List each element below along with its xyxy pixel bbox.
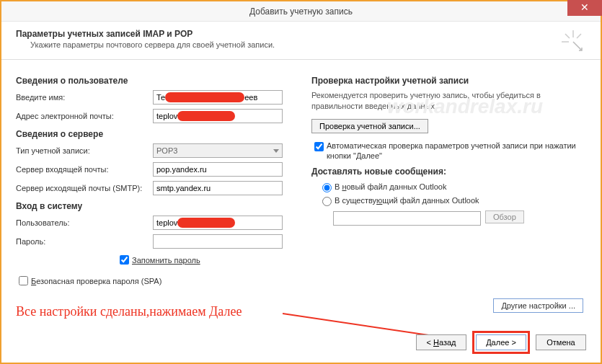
incoming-label: Сервер входящей почты: xyxy=(16,165,153,174)
header-subtitle: Укажите параметры почтового сервера для … xyxy=(30,40,586,49)
account-type-select[interactable]: POP3 xyxy=(153,143,283,158)
account-type-label: Тип учетной записи: xyxy=(16,146,153,155)
titlebar: Добавить учетную запись ✕ xyxy=(1,1,601,22)
annotation-text: Все настройки сделаны,нажимаем Далее xyxy=(16,304,242,319)
auto-test-label: Автоматическая проверка параметров учетн… xyxy=(327,141,586,161)
other-settings-button[interactable]: Другие настройки ... xyxy=(493,298,583,313)
close-icon: ✕ xyxy=(580,1,589,13)
wizard-icon xyxy=(560,29,586,58)
remember-password-checkbox[interactable] xyxy=(120,255,129,265)
username-value-prefix: teplov xyxy=(156,218,177,227)
left-column: Сведения о пользователе Введите имя: Те … xyxy=(16,70,304,290)
header: Параметры учетных записей IMAP и POP Ука… xyxy=(1,22,601,60)
header-title: Параметры учетных записей IMAP и POP xyxy=(16,29,586,39)
email-label: Адрес электронной почты: xyxy=(16,112,153,120)
deliver-new-radio[interactable] xyxy=(322,183,332,192)
incoming-input[interactable] xyxy=(153,162,283,177)
remember-password-label: Запомнить пароль xyxy=(132,256,200,265)
deliver-existing-radio[interactable] xyxy=(322,197,332,206)
password-input[interactable] xyxy=(153,234,283,249)
test-account-button[interactable]: Проверка учетной записи... xyxy=(311,119,428,133)
next-button[interactable]: Далее >Далее > xyxy=(476,334,526,350)
deliver-existing-label: В существующий файл данных Outlook xyxy=(335,196,479,205)
svg-line-2 xyxy=(565,34,570,38)
redaction-blob xyxy=(165,92,244,102)
email-value-prefix: teplov xyxy=(156,112,177,120)
server-section-title: Сведения о сервере xyxy=(16,129,304,139)
outgoing-label: Сервер исходящей почты (SMTP): xyxy=(16,184,153,192)
login-section-title: Вход в систему xyxy=(16,201,304,211)
deliver-section-title: Доставлять новые сообщения: xyxy=(311,167,586,177)
deliver-new-label: В новый файл данных Outlook xyxy=(335,182,446,191)
auto-test-checkbox[interactable] xyxy=(314,142,324,151)
back-button[interactable]: < Назад< Назад xyxy=(416,334,466,350)
svg-line-3 xyxy=(577,34,581,38)
window-title: Добавить учетную запись xyxy=(1,1,601,22)
spa-label: ББезопасная проверка пароля (SPA)езопасн… xyxy=(31,277,161,285)
redaction-blob xyxy=(177,111,235,121)
spa-checkbox[interactable] xyxy=(19,276,28,285)
deliver-path-input[interactable] xyxy=(333,211,481,226)
account-type-value: POP3 xyxy=(156,146,177,155)
dialog-window: Добавить учетную запись ✕ Параметры учет… xyxy=(0,0,602,364)
next-highlight-box: Далее >Далее > xyxy=(472,331,530,354)
close-button[interactable]: ✕ xyxy=(567,0,602,16)
dialog-body: Сведения о пользователе Введите имя: Те … xyxy=(1,60,601,293)
browse-button[interactable]: Обзор xyxy=(485,210,524,223)
footer-buttons: < Назад< Назад Далее >Далее > Отмена xyxy=(416,331,586,354)
password-label: Пароль: xyxy=(16,237,153,246)
user-section-title: Сведения о пользователе xyxy=(16,76,304,86)
right-column: Проверка настройки учетной записи Рекоме… xyxy=(304,70,586,290)
username-label: Пользователь: xyxy=(16,218,153,227)
name-input[interactable]: Те еев xyxy=(153,90,283,105)
email-input[interactable]: teplov xyxy=(153,109,283,123)
cancel-button[interactable]: Отмена xyxy=(536,334,586,350)
name-value-prefix: Те xyxy=(156,93,165,102)
test-section-title: Проверка настройки учетной записи xyxy=(311,76,586,86)
outgoing-input[interactable] xyxy=(153,181,283,195)
redaction-blob xyxy=(177,218,235,228)
test-description: Рекомендуется проверить учетную запись, … xyxy=(311,90,586,112)
name-label: Введите имя: xyxy=(16,93,153,102)
name-value-suffix: еев xyxy=(244,93,257,102)
username-input[interactable]: teplov xyxy=(153,216,283,230)
